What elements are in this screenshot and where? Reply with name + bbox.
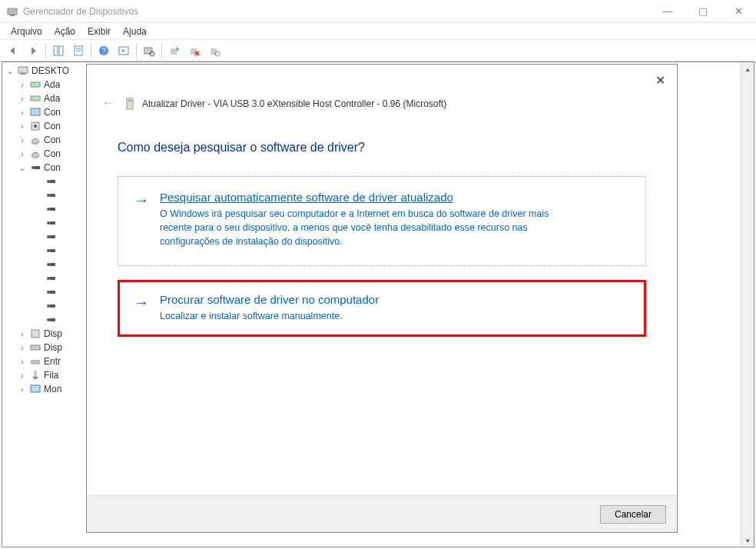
chevron-icon[interactable]: › [18,122,27,131]
tree-label: Fila [44,370,58,381]
svg-rect-22 [31,96,40,101]
window-controls: — ▢ ✕ [650,0,756,22]
tree-label: Con [44,148,61,159]
content-area: ⌄ DESKTO ›Ada›Ada›Con›Con›Con›Con⌄Con ›D… [0,62,756,549]
menu-ajuda[interactable]: Ajuda [117,25,153,38]
svg-rect-27 [35,166,40,169]
category-icon [29,106,41,118]
arrow-right-icon: → [134,294,149,310]
update-driver-button[interactable] [165,42,184,60]
category-icon [29,120,41,132]
svg-point-25 [34,125,37,128]
category-icon [29,92,41,105]
show-hide-button[interactable] [49,42,68,60]
svg-rect-33 [50,208,55,211]
chevron-icon[interactable]: › [18,371,27,380]
svg-point-32 [47,208,50,211]
chevron-icon[interactable]: › [18,136,27,145]
properties-button[interactable] [69,42,88,60]
svg-rect-31 [50,194,55,197]
tree-label: DESKTO [32,65,69,76]
toolbar-separator [136,43,137,58]
arrow-right-icon: → [134,192,149,208]
tree-label: Mon [44,384,61,394]
tree-label: Disp [44,328,62,339]
chevron-icon[interactable]: › [18,150,27,158]
menu-exibir[interactable]: Exibir [81,25,117,38]
scan-button[interactable] [140,42,158,60]
usb-icon [45,272,57,284]
chevron-down-icon[interactable]: ⌄ [5,67,15,75]
svg-point-48 [47,318,50,321]
svg-rect-47 [50,304,55,308]
menu-arquivo[interactable]: Arquivo [5,25,48,38]
dialog-body: Como deseja pesquisar o software de driv… [87,119,677,337]
svg-rect-54 [31,385,40,392]
category-icon [29,148,41,160]
usb-icon [45,258,57,271]
device-tree-panel: ⌄ DESKTO ›Ada›Ada›Con›Con›Con›Con⌄Con ›D… [2,62,754,547]
usb-icon [45,189,57,201]
app-icon [6,5,18,18]
svg-rect-49 [50,318,55,321]
option-title: Procurar software de driver no computado… [160,293,379,306]
scroll-track[interactable] [741,75,754,534]
close-button[interactable]: ✕ [721,0,756,22]
svg-rect-17 [211,48,217,55]
tree-label: Con [44,107,61,118]
svg-point-44 [47,291,50,294]
svg-point-26 [32,166,35,169]
chevron-icon[interactable]: › [18,330,27,338]
vertical-scrollbar[interactable]: ▴ ▾ [741,62,754,547]
category-icon [29,328,41,340]
svg-rect-0 [8,8,17,15]
svg-point-46 [47,304,50,308]
action-button[interactable] [114,42,133,60]
scroll-down-icon[interactable]: ▾ [741,534,754,547]
usb-icon [45,245,57,257]
menu-acao[interactable]: Ação [48,25,81,38]
svg-rect-13 [171,48,177,55]
toolbar-separator [161,43,162,58]
chevron-icon[interactable]: › [18,344,27,352]
svg-rect-45 [50,291,55,294]
toolbar: ? [0,40,756,62]
option-browse-computer[interactable]: → Procurar software de driver no computa… [118,280,646,336]
forward-button[interactable] [24,42,42,60]
maximize-button[interactable]: ▢ [685,0,721,22]
chevron-icon[interactable]: › [18,108,27,117]
svg-rect-19 [18,67,28,73]
back-button[interactable] [4,42,22,60]
category-icon [29,369,41,381]
chevron-icon[interactable]: › [18,385,27,394]
chevron-icon[interactable]: › [18,81,27,89]
dialog-question: Como deseja pesquisar o software de driv… [118,141,646,155]
svg-point-30 [47,194,50,197]
chevron-icon[interactable]: ⌄ [18,164,27,172]
svg-point-38 [47,249,50,252]
help-button[interactable]: ? [94,42,113,60]
usb-icon [45,175,57,188]
svg-point-36 [47,235,50,238]
option-description: Localizar e instalar software manualment… [160,309,379,323]
chevron-icon[interactable]: › [18,358,27,366]
minimize-button[interactable]: — [650,0,685,22]
tree-label: Ada [44,93,60,104]
option-search-automatically[interactable]: → Pesquisar automaticamente software de … [118,176,646,266]
uninstall-button[interactable] [185,42,204,60]
tree-label: Con [44,135,61,145]
scroll-up-icon[interactable]: ▴ [741,62,754,75]
chevron-icon[interactable]: › [18,95,27,103]
cancel-button[interactable]: Cancelar [600,505,666,524]
dialog-close-button[interactable]: ✕ [651,71,669,89]
category-icon [29,161,41,174]
toolbar-separator [45,43,46,58]
usb-icon [45,286,57,298]
device-icon [124,98,136,110]
svg-point-34 [47,221,50,225]
svg-rect-1 [10,15,15,16]
back-arrow-icon[interactable]: ← [99,95,118,111]
svg-point-40 [47,263,50,266]
disable-button[interactable] [205,42,224,60]
svg-rect-3 [59,46,63,55]
